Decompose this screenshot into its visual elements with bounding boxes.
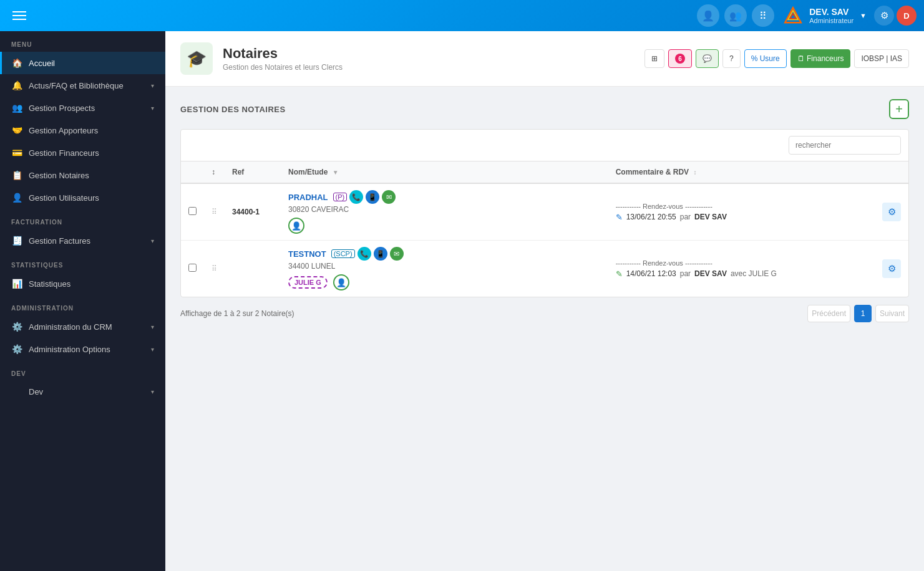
menu-toggle-button[interactable] (7, 6, 31, 25)
users-icon: 👥 (11, 103, 22, 113)
row-nom-etude: TESTNOT (SCP) 📞 📱 ✉ 34400 LUNEL JULIE G (281, 241, 608, 297)
row-actions-cell: ⚙ (875, 241, 908, 297)
clipboard-icon: 📋 (11, 170, 22, 180)
add-notaire-button[interactable]: + (889, 99, 909, 119)
sidebar-item-gestion-prospects[interactable]: 👥 Gestion Prospects ▾ (0, 97, 165, 119)
grid-view-button[interactable]: ⊞ (644, 49, 664, 68)
topbar-settings-group: ⚙ D (874, 6, 917, 26)
notaires-table: ↕ Ref Nom/Etude ▼ Commentaire & RDV ↕ (181, 161, 908, 297)
sidebar-section-menu: MENU (0, 31, 165, 52)
row-commentaire: ----------- Rendez-vous ------------ ✎ 1… (608, 183, 875, 241)
usure-button[interactable]: % Usure (744, 49, 787, 68)
sidebar-item-accueil[interactable]: 🏠 Accueil (0, 52, 165, 74)
row-checkbox[interactable] (188, 264, 197, 272)
notaire-icons: JULIE G 👤 (288, 274, 601, 290)
brand-chevron[interactable]: ▼ (860, 12, 867, 19)
brand-text-block: DEV. SAV Administrateur (809, 7, 853, 25)
notaire-name[interactable]: PRADHAL (288, 193, 328, 202)
iobsp-button[interactable]: IOBSP | IAS (854, 49, 909, 68)
sidebar-item-admin-crm[interactable]: ⚙️ Administration du CRM ▾ (0, 315, 165, 338)
sidebar-item-actus-faq[interactable]: 🔔 Actus/FAQ et Bibliothèque ▾ (0, 74, 165, 97)
sidebar-item-label: Gestion Utilisateurs (29, 193, 154, 203)
apps-icon-button[interactable]: ⠿ (752, 4, 774, 27)
email-icon-button[interactable]: ✉ (382, 190, 396, 204)
chevron-icon: ▾ (151, 346, 154, 353)
row-sort-handle[interactable]: ⠿ (204, 183, 225, 241)
wallet-icon: 💳 (11, 148, 22, 158)
sidebar: MENU 🏠 Accueil 🔔 Actus/FAQ et Bibliothèq… (0, 31, 165, 571)
julie-tag[interactable]: JULIE G (288, 276, 328, 289)
rdv-date: 13/06/21 20:55 (626, 213, 676, 221)
group-icon-button[interactable]: 👥 (724, 4, 747, 27)
brand-logo (782, 4, 804, 27)
row-commentaire: ----------- Rendez-vous ------------ ✎ 1… (608, 241, 875, 297)
sort-icon: ▼ (333, 169, 339, 176)
sidebar-section-administration: ADMINISTRATION (0, 295, 165, 315)
sidebar-item-statistiques[interactable]: 📊 Statistiques (0, 272, 165, 295)
gear-settings-button[interactable]: ⚙ (874, 6, 894, 26)
sidebar-item-label: Gestion Apporteurs (29, 126, 154, 135)
avatar-icon-button[interactable]: 👤 (288, 218, 304, 234)
main-layout: MENU 🏠 Accueil 🔔 Actus/FAQ et Bibliothèq… (0, 31, 924, 571)
mobile-icon-button[interactable]: 📱 (374, 247, 387, 261)
financeurs-button[interactable]: 🗒 Financeurs (790, 49, 851, 68)
search-input[interactable] (789, 136, 901, 155)
home-icon: 🏠 (11, 58, 22, 68)
sidebar-item-label: Administration Options (29, 345, 145, 354)
th-checkbox (181, 161, 204, 183)
notaire-name-line: PRADHAL (P) 📞 📱 ✉ (288, 190, 601, 204)
pagination-prev-button[interactable]: Précédent (807, 305, 850, 322)
gear-icon: ⚙️ (11, 322, 22, 332)
phone-icon-button[interactable]: 📞 (349, 190, 363, 204)
th-actions (875, 161, 908, 183)
th-nom-etude[interactable]: Nom/Etude ▼ (281, 161, 608, 183)
row-sort-handle[interactable]: ⠿ (204, 241, 225, 297)
topbar-icon-group: 👤 👥 ⠿ (697, 4, 774, 27)
rdv-with-label: avec JULIE G (731, 269, 777, 278)
content-area: 🎓 Notaires Gestion des Notaires et leurs… (165, 31, 924, 571)
users-icon-button[interactable]: 👤 (697, 4, 719, 27)
user-avatar[interactable]: D (897, 6, 917, 26)
row-actions-cell: ⚙ (875, 183, 908, 241)
row-checkbox[interactable] (188, 207, 197, 215)
sidebar-section-facturation: FACTURATION (0, 209, 165, 229)
sidebar-item-dev[interactable]: Dev ▾ (0, 381, 165, 403)
th-sort[interactable]: ↕ (204, 161, 225, 183)
sidebar-item-gestion-financeurs[interactable]: 💳 Gestion Financeurs (0, 142, 165, 164)
email-icon-button[interactable]: ✉ (390, 247, 404, 261)
page-subtitle: Gestion des Notaires et leurs Clercs (223, 63, 343, 72)
sidebar-item-gestion-notaires[interactable]: 📋 Gestion Notaires (0, 164, 165, 186)
help-button[interactable]: ? (722, 49, 741, 68)
chat-button[interactable]: 💬 (696, 49, 719, 68)
th-commentaire[interactable]: Commentaire & RDV ↕ (608, 161, 875, 183)
pagination-controls: Précédent 1 Suivant (807, 305, 909, 322)
pagination-page-1-button[interactable]: 1 (854, 305, 872, 322)
gear-icon: ⚙️ (11, 344, 22, 354)
edit-icon: ✎ (616, 213, 623, 222)
chevron-icon: ▾ (151, 324, 154, 330)
user-icon: 👤 (11, 193, 22, 203)
rdv-line: ✎ 14/06/21 12:03 par DEV SAV avec JULIE … (616, 269, 867, 279)
row-gear-button[interactable]: ⚙ (882, 203, 901, 221)
mobile-icon-button[interactable]: 📱 (366, 190, 379, 204)
sidebar-item-label: Dev (29, 387, 145, 396)
pagination-next-button[interactable]: Suivant (875, 305, 909, 322)
row-gear-button[interactable]: ⚙ (882, 259, 901, 278)
notaire-type-badge: (P) (333, 193, 348, 201)
sidebar-item-gestion-utilisateurs[interactable]: 👤 Gestion Utilisateurs (0, 186, 165, 209)
chevron-icon: ▾ (151, 388, 154, 395)
notaire-name[interactable]: TESTNOT (288, 249, 326, 259)
notification-button[interactable]: 6 (668, 49, 692, 68)
avatar-icon-button[interactable]: 👤 (333, 274, 349, 290)
row-ref: 34400-1 (225, 183, 281, 241)
invoice-icon: 🧾 (11, 236, 22, 246)
sidebar-item-label: Statistiques (29, 279, 154, 289)
notaire-icons: 👤 (288, 218, 601, 234)
sidebar-item-admin-options[interactable]: ⚙️ Administration Options ▾ (0, 338, 165, 360)
phone-icon-button[interactable]: 📞 (357, 247, 371, 261)
notaire-type-badge: (SCP) (331, 249, 355, 258)
sidebar-item-gestion-factures[interactable]: 🧾 Gestion Factures ▾ (0, 229, 165, 252)
rdv-date: 14/06/21 12:03 (626, 269, 676, 278)
sidebar-item-gestion-apporteurs[interactable]: 🤝 Gestion Apporteurs (0, 119, 165, 142)
chevron-icon: ▾ (151, 238, 154, 244)
